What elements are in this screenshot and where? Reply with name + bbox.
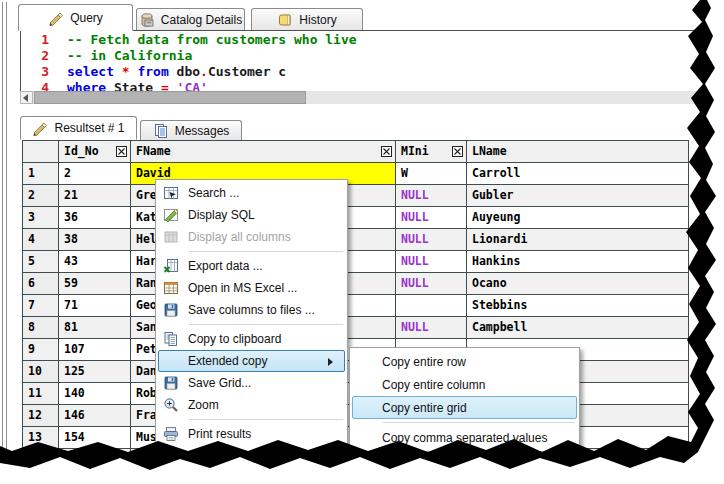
menu-item-label: Extended copy [188,354,267,368]
row-header[interactable]: 7 [23,295,59,317]
tab-history[interactable]: History [251,8,363,30]
menu-item-label: Search ... [188,186,239,200]
grid-cell[interactable] [396,449,467,471]
menu-item-display-sql[interactable]: Display SQL [158,204,345,226]
menu-item-search[interactable]: Search ... [158,182,345,204]
scroll-left-arrow-icon[interactable] [20,91,33,104]
menu-item-save-grid[interactable]: Save Grid... [158,372,345,394]
grid-cell[interactable]: 71 [59,295,131,317]
grid-cell[interactable]: Carroll [467,163,689,185]
grid-cell[interactable]: NULL [396,251,467,273]
grid-cell[interactable]: NULL [396,317,467,339]
tab-resultset-1[interactable]: Resultset # 1 [20,116,137,140]
row-header[interactable] [23,449,59,471]
row-header[interactable]: 8 [23,317,59,339]
app-window: Query Catalog Details History 1-- Fetch … [0,0,724,484]
row-header[interactable]: 2 [23,185,59,207]
grid-cell[interactable]: 168 [59,449,131,471]
pencil-icon [32,120,48,136]
menu-item-open-in-ms-excel[interactable]: Open in MS Excel ... [158,277,345,299]
copy-icon [163,331,179,347]
menu-item-export-data[interactable]: Export data ... [158,255,345,277]
grid-cell[interactable]: 146 [59,405,131,427]
grid-cell[interactable] [396,295,467,317]
cell-value: 4 [28,232,35,246]
cell-value: Campbell [472,320,527,334]
hscrollbar-thumb[interactable] [34,91,306,104]
tab-query[interactable]: Query [18,4,133,31]
menu-item-copy-entire-grid[interactable]: Copy entire grid [352,396,577,419]
row-header[interactable]: 9 [23,339,59,361]
menu-item-copy-comma-separated-values[interactable]: Copy comma separated values [352,426,577,449]
grid-cell[interactable]: Gubler [467,185,689,207]
menu-item-copy-entire-row[interactable]: Copy entire row [352,350,577,373]
row-header[interactable]: 1 [23,163,59,185]
menu-item-label: Copy entire column [382,378,485,392]
close-column-icon[interactable] [116,146,127,157]
grid-cell[interactable]: NULL [396,229,467,251]
row-header[interactable]: 12 [23,405,59,427]
grid-cell[interactable]: NULL [396,185,467,207]
grid-cell[interactable]: 59 [59,273,131,295]
grid-cell[interactable]: 154 [59,427,131,449]
sql-line: 3select * from dbo.Customer c [21,64,699,79]
extended-copy-submenu: Copy entire rowCopy entire columnCopy en… [349,347,580,452]
menu-item-save-columns-to-files[interactable]: Save columns to files ... [158,299,345,321]
menu-item-zoom[interactable]: Zoom [158,394,345,416]
row-header[interactable]: 13 [23,427,59,449]
menu-item-display-all-columns: Display all columns [158,226,345,248]
grid-cell[interactable]: NULL [396,207,467,229]
menu-item-print-results[interactable]: Print results [158,423,345,445]
column-header-lname[interactable]: LName [467,141,689,163]
cell-value: Mus [136,430,157,444]
menu-item-copy-entire-column[interactable]: Copy entire column [352,373,577,396]
grid-cell[interactable]: Hankins [467,251,689,273]
tab-messages[interactable]: Messages [140,120,242,140]
menu-item-extended-copy[interactable]: Extended copy [158,350,345,372]
menu-item-label: Save Grid... [188,376,251,390]
row-header[interactable]: 11 [23,383,59,405]
grid-cell[interactable]: 125 [59,361,131,383]
grid-cell[interactable]: Ocano [467,273,689,295]
row-header[interactable]: 10 [23,361,59,383]
messages-icon [153,123,169,139]
column-header-mini[interactable]: MIni [396,141,467,163]
menu-item-save-to-executable[interactable]: Save to executable ... [158,445,345,467]
row-header[interactable]: 6 [23,273,59,295]
grid-cell[interactable]: Lionardi [467,229,689,251]
close-column-icon[interactable] [381,146,392,157]
grid-cell[interactable]: NULL [396,273,467,295]
row-header[interactable]: 5 [23,251,59,273]
cell-value: 21 [64,188,78,202]
tab-catalog-details[interactable]: Catalog Details [136,8,245,30]
cell-value: Carroll [472,166,520,180]
grid-cell[interactable]: Auyeung [467,207,689,229]
grid-cell[interactable]: W [396,163,467,185]
grid-cell[interactable]: Stebbins [467,295,689,317]
column-header-id-no[interactable]: Id_No [59,141,131,163]
grid-cell[interactable]: 43 [59,251,131,273]
grid-cell[interactable]: 21 [59,185,131,207]
grid-cell[interactable]: Campbell [467,317,689,339]
grid-cell[interactable]: 38 [59,229,131,251]
grid-cell[interactable] [467,449,689,471]
grid-cell[interactable]: 107 [59,339,131,361]
save-icon [163,302,179,318]
table-row: 881SanNULLCampbell [23,317,689,339]
grid-cell[interactable]: 140 [59,383,131,405]
grid-cell[interactable]: 36 [59,207,131,229]
column-header-fname[interactable]: FName [131,141,396,163]
row-header[interactable]: 3 [23,207,59,229]
sql-editor[interactable]: 1-- Fetch data from customers who live2-… [20,30,700,92]
close-column-icon[interactable] [452,146,463,157]
grid-cell[interactable]: 81 [59,317,131,339]
editor-hscrollbar[interactable] [20,91,698,104]
sql-code: select * from dbo.Customer c [67,64,286,79]
grid-corner-cell[interactable] [23,141,59,163]
save-icon [163,375,179,391]
row-header[interactable]: 4 [23,229,59,251]
menu-item-copy-to-clipboard[interactable]: Copy to clipboard [158,328,345,350]
line-number: 1 [21,32,49,47]
grid-cell[interactable]: 2 [59,163,131,185]
cell-value: W [401,166,408,180]
